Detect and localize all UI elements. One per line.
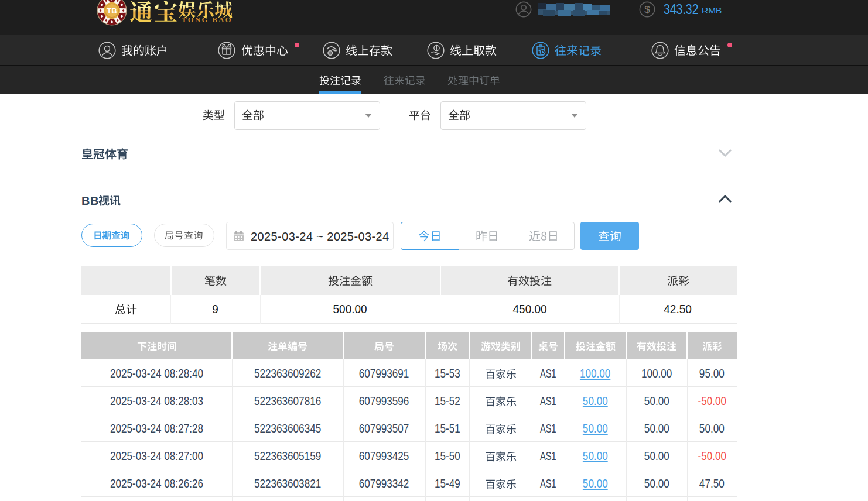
svg-text:$: $ xyxy=(644,4,650,15)
svg-text:TB: TB xyxy=(107,6,117,15)
